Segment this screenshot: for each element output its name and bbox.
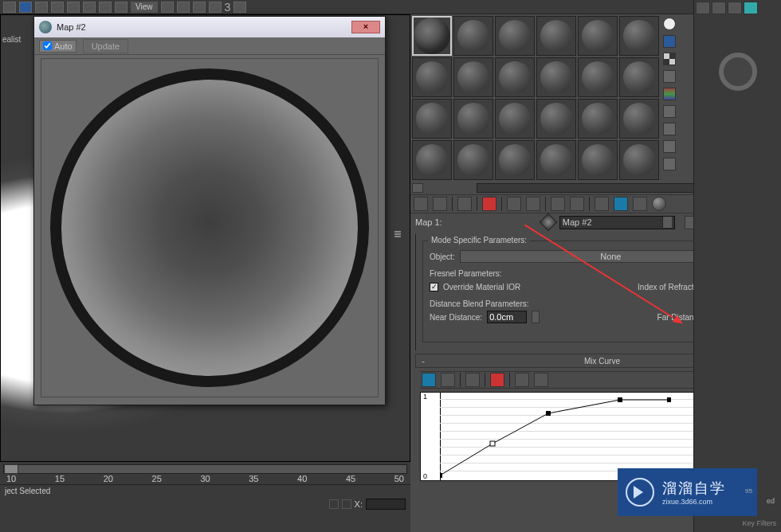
material-swatch[interactable] (453, 140, 493, 180)
material-swatch[interactable] (412, 57, 452, 97)
key-filters-label[interactable]: Key Filters (742, 519, 776, 527)
tool-icon[interactable] (83, 2, 96, 13)
map-name-combo[interactable]: Map #2 (559, 216, 675, 229)
sample-type-icon[interactable] (663, 18, 676, 30)
timeline-track[interactable] (3, 464, 407, 474)
splitter-handle[interactable] (394, 231, 409, 239)
material-id-icon[interactable] (570, 197, 584, 211)
reset-curve-icon[interactable] (515, 373, 529, 387)
tool-icon[interactable] (234, 2, 246, 13)
pick-icon[interactable] (663, 158, 676, 170)
go-forward-icon[interactable] (633, 197, 647, 211)
material-swatch[interactable] (495, 99, 535, 139)
material-swatch[interactable] (536, 16, 576, 56)
material-swatch[interactable] (578, 140, 618, 180)
material-swatch[interactable] (495, 16, 535, 56)
material-swatch[interactable] (412, 16, 452, 56)
render-icon[interactable] (728, 2, 742, 14)
x-field[interactable] (366, 499, 406, 510)
svg-rect-1 (490, 441, 495, 446)
render-frame-icon[interactable] (712, 2, 726, 14)
video-check-icon[interactable] (663, 88, 676, 100)
scroll-left-icon[interactable] (412, 183, 423, 193)
material-swatch[interactable] (619, 140, 659, 180)
material-swatch[interactable] (412, 140, 452, 180)
tool-icon[interactable] (209, 2, 222, 13)
assign-icon[interactable] (457, 197, 472, 211)
tool-icon[interactable] (193, 2, 206, 13)
svg-rect-3 (618, 397, 622, 402)
sample-uv-icon[interactable] (663, 70, 676, 83)
move-point-icon[interactable] (422, 373, 436, 387)
get-material-icon[interactable] (414, 197, 428, 211)
override-ior-checkbox[interactable] (430, 283, 438, 291)
tool-icon[interactable] (3, 2, 16, 13)
update-button[interactable]: Update (83, 39, 128, 53)
group-title: Mode Specific Parameters: (428, 236, 530, 244)
options-icon[interactable] (663, 123, 676, 135)
render-setup-icon[interactable] (696, 2, 710, 14)
material-swatch-grid (410, 14, 661, 182)
tool-icon[interactable] (115, 2, 128, 13)
tool-icon[interactable] (161, 2, 174, 13)
reference-coord-combo[interactable]: View (131, 2, 158, 13)
viewport-shading-label[interactable]: ealist (2, 35, 21, 44)
near-distance-spinner[interactable]: 0.0cm (487, 311, 527, 323)
auto-checkbox-input[interactable] (43, 41, 52, 50)
auto-checkbox[interactable]: Auto (39, 40, 77, 53)
tool-icon[interactable] (99, 2, 112, 13)
timeline[interactable]: 101520253035404550 (0, 462, 410, 484)
svg-rect-2 (546, 411, 551, 416)
material-swatch[interactable] (536, 57, 576, 97)
background-icon[interactable] (663, 53, 676, 65)
chevron-down-icon[interactable] (662, 217, 672, 228)
material-swatch[interactable] (578, 99, 618, 139)
select-by-material-icon[interactable] (663, 140, 676, 153)
material-swatch[interactable] (578, 16, 618, 56)
material-swatch[interactable] (578, 57, 618, 97)
material-swatch[interactable] (536, 99, 576, 139)
material-swatch[interactable] (453, 99, 493, 139)
put-to-scene-icon[interactable] (433, 197, 447, 211)
make-preview-icon[interactable] (663, 105, 676, 118)
window-titlebar[interactable]: Map #2 × (34, 17, 385, 37)
make-unique-icon[interactable] (526, 197, 540, 211)
material-swatch[interactable] (619, 57, 659, 97)
show-end-result-icon[interactable] (595, 197, 609, 211)
material-swatch[interactable] (495, 140, 535, 180)
material-swatch[interactable] (412, 99, 452, 139)
put-library-icon[interactable] (551, 197, 565, 211)
material-swatch[interactable] (453, 57, 493, 97)
tool-icon[interactable] (19, 2, 32, 13)
render-production-icon[interactable] (744, 2, 758, 14)
tool-icon[interactable] (67, 2, 80, 13)
snap-value: 3 (225, 1, 231, 14)
material-swatch[interactable] (619, 16, 659, 56)
material-swatch[interactable] (536, 140, 576, 180)
key-icon[interactable] (342, 499, 351, 509)
close-button[interactable]: × (351, 21, 380, 33)
lock-icon[interactable] (329, 499, 339, 509)
reset-icon[interactable] (482, 197, 496, 211)
collapse-icon[interactable]: - (419, 356, 427, 366)
material-swatch[interactable] (453, 16, 493, 56)
viewcube[interactable] (694, 16, 781, 127)
status-bar: ject Selected X: (0, 484, 410, 532)
tool-icon[interactable] (35, 2, 48, 13)
add-point-icon[interactable] (465, 373, 480, 387)
make-copy-icon[interactable] (507, 197, 521, 211)
scale-point-icon[interactable] (441, 373, 455, 387)
backlight-icon[interactable] (663, 35, 676, 48)
material-swatch[interactable] (495, 57, 535, 97)
delete-point-icon[interactable] (490, 373, 504, 387)
tool-icon[interactable] (51, 2, 64, 13)
sample-sphere-icon[interactable] (652, 197, 666, 211)
spinner-buttons-icon[interactable] (532, 311, 540, 323)
material-swatch[interactable] (619, 99, 659, 139)
preview-controls: Auto Update (34, 37, 385, 55)
eyedropper-icon[interactable] (540, 213, 558, 232)
go-parent-icon[interactable] (614, 197, 628, 211)
tool-icon[interactable] (177, 2, 190, 13)
tangent-icon[interactable] (534, 373, 548, 387)
timeline-thumb[interactable] (4, 464, 18, 474)
